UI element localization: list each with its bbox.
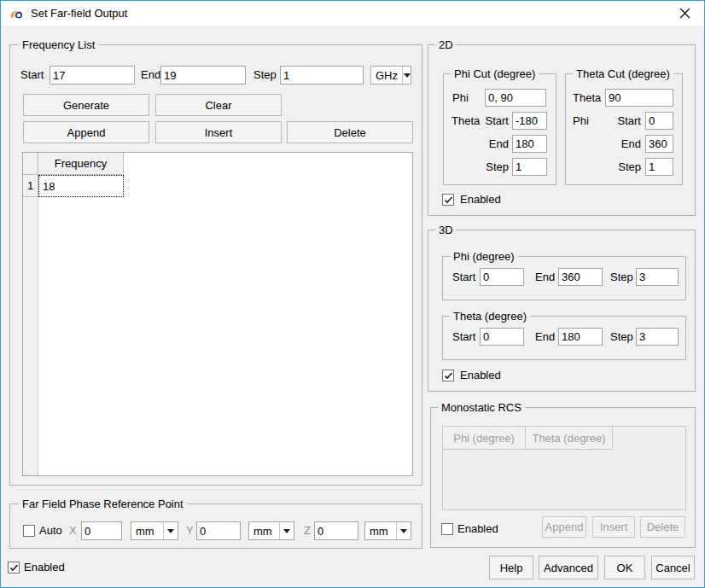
theta-cut-start-label: Start	[602, 112, 641, 131]
theta-cut-group-label: Theta Cut (degree)	[573, 67, 673, 80]
theta-cut-start-input[interactable]	[645, 112, 673, 130]
phase-reference-group: Far Field Phase Reference Point Auto X m…	[9, 504, 422, 549]
phi-cut-start-label: Start	[483, 112, 509, 131]
3d-phi-start-input[interactable]	[480, 268, 524, 286]
z-label: Z	[304, 521, 311, 540]
theta-cut-phi-label: Phi	[573, 112, 589, 131]
phase-reference-group-label: Far Field Phase Reference Point	[19, 498, 187, 510]
3d-group-label: 3D	[435, 224, 457, 236]
phi-cut-phi-label: Phi	[452, 89, 469, 108]
y-unit-select[interactable]: mm	[248, 521, 294, 540]
theta-cut-step-input[interactable]	[645, 158, 673, 176]
z-unit-select[interactable]: mm	[364, 521, 411, 540]
table-corner-cell[interactable]	[23, 153, 38, 175]
3d-theta-start-input[interactable]	[480, 328, 524, 346]
monostatic-rcs-group: Monostatic RCS Phi (degree) Theta (degre…	[430, 407, 696, 548]
2d-group-label: 2D	[435, 38, 457, 51]
footer-enabled-label: Enabled	[24, 558, 65, 577]
check-icon	[444, 371, 453, 381]
3d-phi-start-label: Start	[452, 268, 475, 287]
y-input[interactable]	[196, 521, 241, 540]
frequency-table: Frequency 1 18	[22, 152, 413, 476]
dropdown-arrow-icon	[402, 67, 411, 84]
3d-enabled-label: Enabled	[460, 366, 501, 385]
theta-cut-step-label: Step	[602, 158, 641, 177]
3d-phi-group-label: Phi (degree)	[450, 250, 518, 263]
3d-theta-end-label: End	[535, 328, 555, 346]
freq-start-input[interactable]	[50, 66, 135, 84]
freq-step-input[interactable]	[280, 66, 364, 84]
x-input[interactable]	[81, 521, 122, 540]
close-button[interactable]	[672, 3, 697, 24]
frequency-list-group-label: Frequency List	[19, 38, 98, 51]
generate-button[interactable]: Generate	[23, 94, 149, 116]
set-far-field-output-dialog: Set Far-field Output Frequency List Star…	[0, 0, 705, 588]
rcs-insert-button: Insert	[592, 516, 635, 538]
clear-button[interactable]: Clear	[155, 94, 282, 116]
row-header-strip	[23, 153, 38, 475]
2d-enabled-label: Enabled	[460, 190, 501, 209]
help-button[interactable]: Help	[489, 556, 533, 579]
monostatic-rcs-group-label: Monostatic RCS	[438, 401, 525, 414]
rcs-phi-column-header: Phi (degree)	[443, 427, 526, 450]
3d-theta-step-input[interactable]	[636, 328, 679, 346]
3d-theta-start-label: Start	[452, 328, 475, 346]
2d-enabled-checkbox[interactable]	[442, 194, 454, 206]
3d-phi-end-label: End	[535, 268, 555, 287]
dropdown-arrow-icon	[163, 522, 178, 539]
3d-phi-step-input[interactable]	[636, 268, 679, 286]
phi-cut-phi-input[interactable]	[485, 89, 546, 107]
append-button[interactable]: Append	[23, 121, 149, 143]
3d-phi-step-label: Step	[610, 268, 633, 287]
phi-cut-theta-label: Theta	[452, 112, 480, 131]
rcs-delete-button: Delete	[640, 516, 685, 538]
freq-end-input[interactable]	[160, 66, 246, 84]
theta-cut-theta-input[interactable]	[605, 89, 673, 107]
x-label: X	[69, 521, 77, 540]
z-input[interactable]	[314, 521, 358, 540]
titlebar: Set Far-field Output	[1, 1, 704, 26]
y-label: Y	[186, 521, 194, 540]
freq-unit-value: GHz	[371, 67, 402, 84]
row-header-1[interactable]: 1	[23, 175, 38, 197]
3d-group: 3D Phi (degree) Start End Step Theta (de…	[428, 230, 696, 392]
theta-cut-group: Theta Cut (degree) Theta Phi Start End S…	[565, 73, 683, 185]
3d-enabled-checkbox[interactable]	[442, 370, 454, 381]
theta-cut-end-input[interactable]	[645, 135, 673, 153]
auto-checkbox[interactable]	[23, 525, 35, 537]
ok-button[interactable]: OK	[604, 556, 645, 579]
frequency-column-header[interactable]: Frequency	[38, 153, 124, 175]
monostatic-rcs-table: Phi (degree) Theta (degree)	[442, 426, 686, 510]
x-unit-value: mm	[131, 522, 163, 539]
y-unit-value: mm	[249, 522, 279, 539]
footer-enabled-checkbox[interactable]	[8, 562, 20, 573]
3d-phi-group: Phi (degree) Start End Step	[442, 256, 686, 300]
z-unit-value: mm	[365, 522, 396, 539]
phi-cut-start-input[interactable]	[512, 112, 547, 130]
phi-cut-step-input[interactable]	[512, 158, 547, 176]
freq-step-label: Step	[253, 66, 277, 84]
frequency-list-group: Frequency List Start End Step GHz Genera…	[9, 44, 422, 486]
insert-button[interactable]: Insert	[155, 121, 282, 143]
x-unit-select[interactable]: mm	[131, 521, 178, 540]
3d-theta-group: Theta (degree) Start End Step	[442, 316, 686, 360]
3d-theta-end-input[interactable]	[558, 328, 603, 346]
cancel-button[interactable]: Cancel	[651, 556, 695, 579]
rcs-enabled-checkbox[interactable]	[441, 523, 453, 535]
phi-cut-end-input[interactable]	[512, 135, 547, 153]
check-icon	[9, 563, 19, 573]
close-icon	[679, 8, 690, 19]
rcs-enabled-label: Enabled	[457, 520, 498, 539]
phi-cut-step-label: Step	[483, 158, 509, 177]
delete-button[interactable]: Delete	[287, 121, 413, 143]
window-title: Set Far-field Output	[31, 7, 127, 20]
theta-cut-end-label: End	[602, 135, 641, 154]
advanced-button[interactable]: Advanced	[539, 556, 598, 579]
3d-phi-end-input[interactable]	[558, 268, 603, 286]
freq-unit-select[interactable]: GHz	[370, 66, 411, 84]
dropdown-arrow-icon	[396, 522, 411, 539]
frequency-cell-1[interactable]: 18	[38, 175, 124, 197]
theta-cut-theta-label: Theta	[573, 89, 601, 108]
phi-cut-group-label: Phi Cut (degree)	[451, 67, 539, 80]
check-icon	[444, 195, 453, 205]
